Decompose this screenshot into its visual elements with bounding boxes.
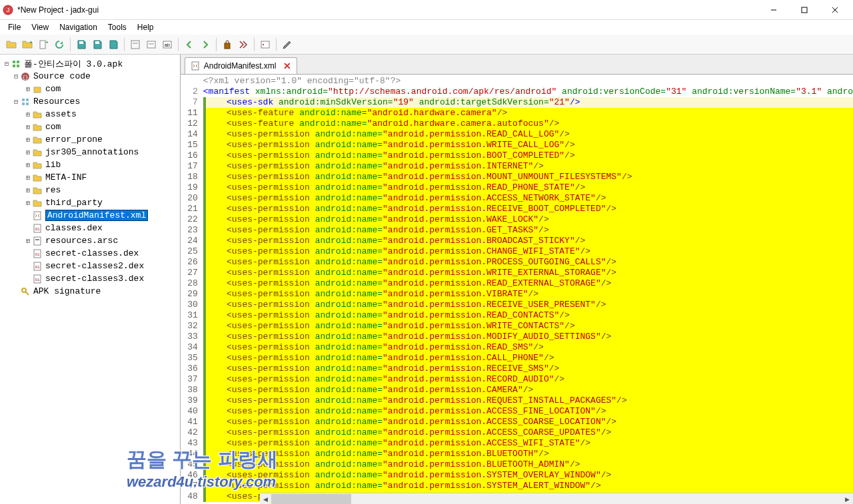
tree-source-com[interactable]: ⊞ com bbox=[0, 83, 180, 95]
code-text: <uses-permission android:name="android.p… bbox=[206, 129, 853, 140]
tree-resources-arsc[interactable]: ⊞ resources.arsc bbox=[0, 234, 180, 247]
tree-folder-META-INF[interactable]: ⊞META-INF bbox=[0, 171, 180, 184]
line-number: 18 bbox=[181, 172, 203, 182]
code-text: <uses-permission android:name="android.p… bbox=[206, 257, 853, 268]
line-number: 40 bbox=[181, 406, 203, 417]
tree-folder-error_prone[interactable]: ⊞error_prone bbox=[0, 133, 180, 146]
line-number: 17 bbox=[181, 161, 203, 172]
tree-folder-third_party[interactable]: ⊞third_party bbox=[0, 196, 180, 209]
tree-resources[interactable]: ⊟ Resources bbox=[0, 95, 180, 108]
folder-icon bbox=[32, 147, 43, 158]
add-files-icon[interactable]: + bbox=[20, 37, 35, 52]
tab-manifest[interactable]: AndroidManifest.xml ✕ bbox=[185, 57, 297, 74]
apk-icon bbox=[11, 59, 21, 69]
code-text: <uses-permission android:name="android.p… bbox=[206, 193, 853, 204]
folder-icon bbox=[32, 160, 43, 170]
log-icon[interactable] bbox=[258, 37, 273, 52]
menu-help[interactable]: Help bbox=[132, 21, 159, 33]
svg-rect-7 bbox=[40, 41, 45, 49]
tree-secret3[interactable]: 01secret-classes3.dex bbox=[0, 272, 180, 285]
folder-icon bbox=[32, 185, 43, 196]
code-editor[interactable]: <?xml version="1.0" encoding="utf-8"?>2<… bbox=[181, 75, 853, 504]
settings-icon[interactable] bbox=[280, 37, 295, 52]
project-tree[interactable]: ⊟ 폴-안티스파이 3.0.apk ⊟ {} Source code ⊞ com… bbox=[0, 55, 181, 504]
folder-icon bbox=[32, 109, 43, 120]
line-number: 7 bbox=[181, 97, 203, 108]
tree-folder-assets[interactable]: ⊞assets bbox=[0, 108, 180, 121]
svg-rect-13 bbox=[147, 41, 155, 48]
folder-icon bbox=[32, 198, 43, 208]
code-text: <uses-permission android:name="android.p… bbox=[206, 459, 853, 470]
code-text: <uses-permission android:name="android.p… bbox=[206, 214, 853, 225]
code-text: <uses-permission android:name="android.p… bbox=[206, 353, 853, 364]
code-text: <uses-permission android:name="android.p… bbox=[206, 385, 853, 395]
code-text: <uses-permission android:name="android.p… bbox=[206, 321, 853, 332]
code-text: <?xml version="1.0" encoding="utf-8"?> bbox=[203, 76, 853, 87]
tree-source-code[interactable]: ⊟ {} Source code bbox=[0, 70, 180, 83]
maximize-button[interactable] bbox=[789, 0, 820, 20]
save-gradle-icon[interactable] bbox=[90, 37, 105, 52]
expand-icon[interactable] bbox=[128, 37, 143, 52]
tree-root[interactable]: ⊟ 폴-안티스파이 3.0.apk bbox=[0, 57, 180, 70]
code-text: <uses-permission android:name="android.p… bbox=[206, 204, 853, 214]
tree-classes-dex[interactable]: 01 classes.dex bbox=[0, 222, 180, 234]
open-file-icon[interactable] bbox=[4, 37, 19, 52]
svg-rect-22 bbox=[13, 65, 15, 67]
code-icon: {} bbox=[20, 71, 31, 82]
tree-folder-res[interactable]: ⊞res bbox=[0, 184, 180, 196]
toolbar: + + ab bbox=[0, 35, 853, 55]
code-text: <uses-permission android:name="android.p… bbox=[206, 140, 853, 150]
class-search-icon[interactable]: ab bbox=[160, 37, 175, 52]
scroll-right-icon[interactable]: ▶ bbox=[842, 493, 853, 504]
code-text: <uses-permission android:name="android.p… bbox=[206, 236, 853, 246]
folder-icon bbox=[32, 172, 43, 183]
line-number: 22 bbox=[181, 214, 203, 225]
svg-text:+: + bbox=[45, 39, 49, 45]
menu-navigation[interactable]: Navigation bbox=[54, 21, 103, 33]
code-text: <uses-feature android:name="android.hard… bbox=[206, 119, 853, 129]
tree-folder-com[interactable]: ⊞com bbox=[0, 121, 180, 133]
minimize-button[interactable] bbox=[758, 0, 789, 20]
line-number: 30 bbox=[181, 300, 203, 310]
menu-file[interactable]: File bbox=[3, 21, 26, 33]
line-number: 42 bbox=[181, 427, 203, 438]
code-text: <uses-permission android:name="android.p… bbox=[206, 417, 853, 427]
line-number: 2 bbox=[181, 87, 203, 97]
code-text: <uses-permission android:name="android.p… bbox=[206, 150, 853, 161]
refresh-icon[interactable] bbox=[52, 37, 67, 52]
line-number: 33 bbox=[181, 332, 203, 342]
back-icon[interactable] bbox=[182, 37, 197, 52]
line-number: 44 bbox=[181, 449, 203, 459]
scrollbar-thumb[interactable] bbox=[271, 494, 351, 504]
deobfuscate-icon[interactable] bbox=[220, 37, 235, 52]
svg-rect-21 bbox=[17, 61, 19, 63]
tree-manifest[interactable]: AndroidManifest.xml bbox=[0, 209, 180, 222]
quark-icon[interactable] bbox=[236, 37, 251, 52]
tree-secret1[interactable]: 01secret-classes.dex bbox=[0, 247, 180, 260]
xml-icon bbox=[191, 61, 200, 71]
tree-secret2[interactable]: 01secret-classes2.dex bbox=[0, 260, 180, 272]
tab-close-icon[interactable]: ✕ bbox=[283, 61, 291, 71]
tree-folder-jsr305_annotations[interactable]: ⊞jsr305_annotations bbox=[0, 146, 180, 158]
text-search-icon[interactable] bbox=[144, 37, 159, 52]
export-icon[interactable] bbox=[106, 37, 121, 52]
menu-view[interactable]: View bbox=[26, 21, 54, 33]
arsc-icon bbox=[32, 236, 43, 246]
tree-apk-signature[interactable]: APK signature bbox=[0, 285, 180, 298]
line-number: 26 bbox=[181, 257, 203, 268]
line-number: 27 bbox=[181, 268, 203, 278]
menu-tools[interactable]: Tools bbox=[103, 21, 132, 33]
scroll-left-icon[interactable]: ◀ bbox=[260, 493, 271, 504]
horizontal-scrollbar[interactable]: ◀ ▶ bbox=[260, 493, 853, 504]
new-project-icon[interactable]: + bbox=[36, 37, 51, 52]
code-text: <uses-permission android:name="android.p… bbox=[206, 374, 853, 385]
code-text: <uses-permission android:name="android.p… bbox=[206, 161, 853, 172]
forward-icon[interactable] bbox=[198, 37, 213, 52]
code-text: <uses-permission android:name="android.p… bbox=[206, 300, 853, 310]
save-all-icon[interactable] bbox=[74, 37, 89, 52]
close-button[interactable] bbox=[820, 0, 850, 20]
line-number: 15 bbox=[181, 140, 203, 150]
tree-folder-lib[interactable]: ⊞lib bbox=[0, 158, 180, 171]
line-number: 20 bbox=[181, 193, 203, 204]
dex-icon: 01 bbox=[32, 274, 43, 284]
